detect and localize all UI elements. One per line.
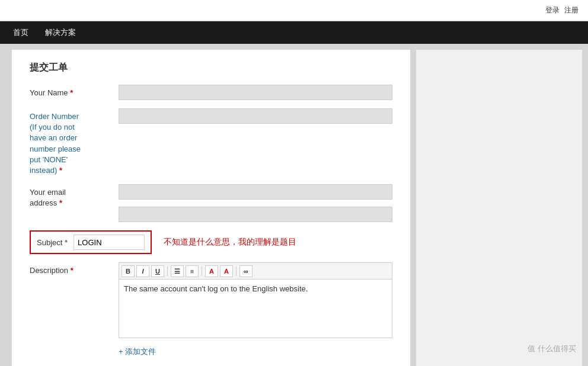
email-confirm-input[interactable]: [119, 207, 392, 222]
list-btn-1[interactable]: ☰: [171, 265, 184, 277]
toolbar-sep-2: [202, 267, 202, 276]
email-field-wrapper: [119, 184, 392, 222]
top-bar: 登录 注册: [0, 0, 588, 21]
add-file-link[interactable]: + 添加文件: [119, 346, 392, 357]
description-editor[interactable]: The same account can't log on to the Eng…: [119, 279, 392, 338]
subject-input[interactable]: [74, 235, 145, 250]
add-file-section: + 添加文件: [119, 346, 392, 357]
page-body: 提交工单 Your Name * Order Number(If you do …: [0, 44, 588, 366]
highlight-btn[interactable]: A: [220, 265, 233, 277]
subject-box: Subject *: [30, 230, 152, 254]
email-label: Your email address *: [30, 184, 119, 208]
login-link[interactable]: 登录: [545, 5, 560, 15]
right-sidebar: [416, 50, 582, 366]
editor-toolbar: B I U ☰ ≡ A A ∞: [119, 262, 392, 279]
main-content: 提交工单 Your Name * Order Number(If you do …: [12, 50, 410, 366]
content-wrapper: 提交工单 Your Name * Order Number(If you do …: [0, 44, 588, 366]
your-name-row: Your Name *: [30, 85, 392, 100]
link-btn[interactable]: ∞: [239, 265, 253, 277]
your-name-label: Your Name *: [30, 85, 119, 98]
list-btn-2[interactable]: ≡: [186, 265, 199, 277]
your-name-field: [119, 85, 392, 100]
italic-btn[interactable]: I: [136, 265, 149, 277]
nav-home[interactable]: 首页: [5, 21, 37, 44]
toolbar-sep-1: [167, 267, 168, 276]
order-number-row: Order Number(If you do nothave an ordern…: [30, 108, 392, 176]
bold-btn[interactable]: B: [122, 265, 135, 277]
top-bar-links: 登录 注册: [545, 5, 579, 15]
description-label: Description *: [30, 262, 119, 276]
email-input[interactable]: [119, 184, 392, 200]
description-field: B I U ☰ ≡ A A ∞ The same account can't l…: [119, 262, 392, 338]
order-number-field: [119, 108, 392, 124]
toolbar-sep-3: [236, 267, 237, 276]
your-name-input[interactable]: [119, 85, 392, 100]
email-row: Your email address *: [30, 184, 392, 222]
form-title: 提交工单: [30, 62, 392, 74]
register-link[interactable]: 注册: [564, 5, 579, 15]
nav-bar: 首页 解决方案: [0, 21, 588, 44]
color-btn[interactable]: A: [205, 265, 218, 277]
order-number-input[interactable]: [119, 108, 392, 124]
subject-wrapper: Subject * 不知道是什么意思，我的理解是题目: [30, 230, 392, 254]
underline-btn[interactable]: U: [151, 265, 164, 277]
subject-annotation: 不知道是什么意思，我的理解是题目: [164, 237, 296, 248]
subject-label: Subject *: [37, 238, 68, 247]
order-number-label: Order Number(If you do nothave an ordern…: [30, 108, 119, 176]
watermark: 值 什么值得买: [528, 343, 576, 354]
description-row: Description * B I U ☰ ≡ A A: [30, 262, 392, 338]
nav-solutions[interactable]: 解决方案: [37, 21, 84, 44]
